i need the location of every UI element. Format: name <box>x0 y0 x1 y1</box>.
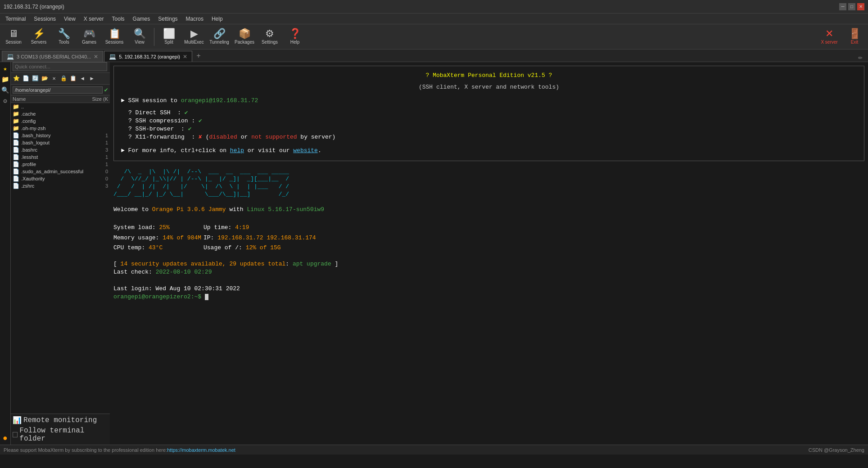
toolbar-xserver[interactable]: ✕ X server <box>818 26 841 48</box>
menu-help[interactable]: Help <box>208 15 226 23</box>
tab-add-button[interactable]: + <box>193 51 204 62</box>
tab-orangepi-close[interactable]: ✕ <box>183 54 187 60</box>
menu-terminal[interactable]: Terminal <box>2 15 29 23</box>
tab-edit-icon[interactable]: ✏ <box>858 53 863 62</box>
file-item-zshrc[interactable]: 📄 .zshrc 3 <box>11 182 110 189</box>
menu-sessions[interactable]: Sessions <box>30 15 59 23</box>
toolbar-tunneling[interactable]: 🔗 Tunneling <box>208 26 231 48</box>
tab-orangepi[interactable]: 💻 5. 192.168.31.72 (orangepi) ✕ <box>104 51 192 62</box>
quick-connect-bar <box>11 62 110 73</box>
monitor-icon: 📊 <box>13 416 22 425</box>
sidebar-btn-7[interactable]: 📋 <box>68 74 77 83</box>
toolbar-session[interactable]: 🖥 Session <box>2 26 25 48</box>
file-item-profile[interactable]: 📄 .profile 1 <box>11 161 110 168</box>
info-box-title: ? MobaXterm Personal Edition v21.5 ? <box>121 72 857 80</box>
file-icon: 📄 <box>13 140 19 146</box>
ssh-browser-line: ? SSH-browser : ✔ <box>128 125 857 133</box>
file-item-bash-logout[interactable]: 📄 .bash_logout 1 <box>11 139 110 146</box>
tools-icon: 🔧 <box>58 29 70 39</box>
status-bar: Please support MobaXterm by subscribing … <box>0 445 868 454</box>
sidebar-bottom: 📊 Remote monitoring Follow terminal fold… <box>11 414 110 445</box>
tab-com13[interactable]: 💻 3 COM13 (USB-SERIAL CH340... ✕ <box>2 51 103 62</box>
remote-monitoring-btn[interactable]: 📊 Remote monitoring <box>13 416 108 425</box>
menu-view[interactable]: View <box>60 15 79 23</box>
sidebar-btn-5[interactable]: ✕ <box>50 74 59 83</box>
status-bar-link[interactable]: https://mobaxterm.mobatek.net <box>167 447 235 453</box>
status-bar-right: CSDN @Grayson_Zheng <box>809 447 864 453</box>
file-icon: 📄 <box>13 154 19 160</box>
toolbar-games[interactable]: 🎮 Games <box>77 26 101 48</box>
path-input[interactable]: /home/orangepi/ <box>13 86 103 94</box>
menu-xserver[interactable]: X server <box>80 15 108 23</box>
file-item-ohmyzsh[interactable]: 📁 .oh-my-zsh <box>11 125 110 132</box>
close-button[interactable]: ✕ <box>857 3 864 10</box>
menu-macros[interactable]: Macros <box>182 15 207 23</box>
follow-terminal-checkbox[interactable] <box>13 432 18 437</box>
tab-com13-close[interactable]: ✕ <box>94 54 98 60</box>
quick-connect-input[interactable] <box>13 62 107 71</box>
icon-bar-star[interactable]: ★ <box>1 64 10 73</box>
icon-bar-search[interactable]: 🔍 <box>1 86 10 94</box>
website-link[interactable]: website <box>293 147 318 154</box>
toolbar-help[interactable]: ❓ Help <box>283 26 307 48</box>
split-icon: ⬜ <box>163 29 175 39</box>
toolbar-multiexec[interactable]: ▶ MultiExec <box>182 26 206 48</box>
sidebar-btn-4[interactable]: 📂 <box>40 74 49 83</box>
toolbar-exit[interactable]: 🚪 Exit <box>843 26 866 48</box>
file-item-dotdot[interactable]: 📁 .. <box>11 103 110 110</box>
path-bar: /home/orangepi/ ✔ <box>11 85 110 95</box>
file-item-lesshst[interactable]: 📄 .lesshst 1 <box>11 153 110 161</box>
window-title: 192.168.31.72 (orangepi) <box>4 4 64 10</box>
sidebar-btn-6[interactable]: 🔒 <box>59 74 68 83</box>
file-item-bash-history[interactable]: 📄 .bash_history 1 <box>11 132 110 139</box>
help-link[interactable]: help <box>230 147 244 154</box>
toolbar-settings[interactable]: ⚙ Settings <box>258 26 281 48</box>
icon-bar: ★ 📁 🔍 ⚙ ● <box>0 62 11 445</box>
toolbar-packages[interactable]: 📦 Packages <box>233 26 256 48</box>
multiexec-icon: ▶ <box>190 29 198 39</box>
toolbar-separator <box>154 28 154 46</box>
file-item-xauthority[interactable]: 📄 .Xauthority 0 <box>11 175 110 182</box>
toolbar-split[interactable]: ⬜ Split <box>157 26 181 48</box>
file-item-cache[interactable]: 📁 .cache <box>11 110 110 117</box>
sidebar-btn-2[interactable]: 📄 <box>21 74 30 83</box>
file-icon: 📄 <box>13 183 19 189</box>
icon-bar-bottom[interactable]: ● <box>1 434 10 443</box>
sidebar-btn-8[interactable]: ◀ <box>78 74 87 83</box>
path-ok-icon: ✔ <box>104 86 108 94</box>
maximize-button[interactable]: □ <box>848 3 855 10</box>
terminal-area[interactable]: ? MobaXterm Personal Edition v21.5 ? (SS… <box>110 62 868 445</box>
window-controls[interactable]: ─ □ ✕ <box>839 3 864 10</box>
minimize-button[interactable]: ─ <box>839 3 846 10</box>
menu-settings[interactable]: Settings <box>154 15 181 23</box>
info-box: ? MobaXterm Personal Edition v21.5 ? (SS… <box>113 66 864 161</box>
folder-icon: 📁 <box>13 118 19 124</box>
menu-tools[interactable]: Tools <box>108 15 128 23</box>
ssh-session-line: ► SSH session to orangepi@192.168.31.72 <box>121 97 857 105</box>
info-box-subtitle: (SSH client, X server and network tools) <box>121 83 857 91</box>
sidebar-toolbar: ⭐ 📄 🔄 📂 ✕ 🔒 📋 ◀ ▶ <box>11 73 110 85</box>
toolbar-sessions[interactable]: 📋 Sessions <box>103 26 126 48</box>
icon-bar-settings[interactable]: ⚙ <box>1 96 10 105</box>
icon-bar-folder[interactable]: 📁 <box>1 75 10 84</box>
file-item-sudo[interactable]: 📄 .sudo_as_admin_successful 0 <box>11 168 110 175</box>
menu-games[interactable]: Games <box>129 15 154 23</box>
toolbar-tools[interactable]: 🔧 Tools <box>52 26 76 48</box>
help-icon: ❓ <box>289 29 301 39</box>
file-col-name: Name <box>11 95 87 103</box>
ssh-details: ? Direct SSH : ✔ ? SSH compression : ✔ ?… <box>128 109 857 142</box>
file-icon: 📄 <box>13 176 19 182</box>
sidebar-btn-9[interactable]: ▶ <box>87 74 96 83</box>
toolbar-right: ✕ X server 🚪 Exit <box>818 26 866 48</box>
file-icon: 📄 <box>13 147 19 153</box>
toolbar-servers[interactable]: ⚡ Servers <box>27 26 50 48</box>
sidebar-btn-3[interactable]: 🔄 <box>31 74 40 83</box>
toolbar-view[interactable]: 🔍 View <box>128 26 151 48</box>
system-info: System load: 25% Up time: 4:19 Memory us… <box>113 224 864 252</box>
file-item-config[interactable]: 📁 .config <box>11 117 110 125</box>
view-icon: 🔍 <box>134 29 146 39</box>
file-item-bashrc[interactable]: 📄 .bashrc 3 <box>11 146 110 153</box>
sidebar-btn-1[interactable]: ⭐ <box>12 74 21 83</box>
updates-line: [ 14 security updates available, 29 upda… <box>113 260 864 268</box>
follow-terminal-btn[interactable]: Follow terminal folder <box>13 427 108 443</box>
